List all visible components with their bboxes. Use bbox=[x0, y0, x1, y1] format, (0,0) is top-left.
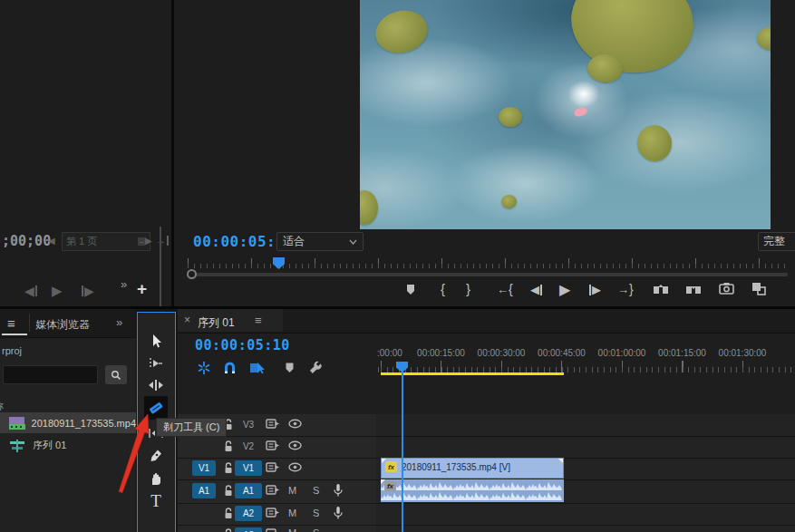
ripple-edit-tool-button[interactable] bbox=[144, 374, 168, 396]
sync-lock-a3[interactable] bbox=[266, 527, 280, 532]
mark-out-button[interactable]: } bbox=[466, 281, 470, 296]
track-lock-v1[interactable] bbox=[223, 461, 234, 475]
source-patch-v1[interactable]: V1 bbox=[192, 460, 216, 476]
search-input[interactable] bbox=[3, 365, 98, 384]
track-output-v1[interactable] bbox=[288, 462, 302, 472]
selection-tool-button[interactable] bbox=[144, 330, 168, 352]
linked-selection-toggle[interactable] bbox=[249, 361, 265, 375]
nest-sequences-toggle[interactable] bbox=[197, 361, 211, 375]
project-name-fragment: rproj bbox=[2, 345, 22, 356]
solo-button-a3[interactable]: S bbox=[313, 527, 319, 532]
tab-media-browser[interactable]: 媒体浏览器 bbox=[35, 317, 90, 333]
program-zoom-handle[interactable] bbox=[187, 269, 197, 279]
track-lock-a2[interactable] bbox=[223, 507, 234, 520]
program-video-preview[interactable] bbox=[360, 0, 771, 229]
panel-overflow-chevron[interactable]: » bbox=[116, 315, 122, 329]
track-lock-v2[interactable] bbox=[223, 440, 234, 453]
track-target-v2[interactable]: V2 bbox=[235, 439, 262, 454]
eye-icon bbox=[288, 462, 302, 472]
solo-button-a2[interactable]: S bbox=[313, 508, 319, 518]
tab-sequence-label[interactable]: 序列 01 bbox=[198, 315, 235, 331]
source-patch-a1[interactable]: A1 bbox=[192, 483, 216, 498]
voiceover-record-a2[interactable] bbox=[333, 506, 344, 520]
mark-in-button[interactable]: { bbox=[441, 281, 445, 296]
mute-button-a3[interactable]: M bbox=[288, 527, 296, 532]
track-target-v3[interactable]: V3 bbox=[235, 417, 262, 432]
premiere-pro-window: ;00;00 ◀ 第 1 页 – ▶ → ◀ ▶ ▶ » + 00:00:05:… bbox=[0, 0, 795, 532]
track-target-a3[interactable]: A3 bbox=[235, 527, 262, 532]
solo-button-a1[interactable]: S bbox=[313, 485, 319, 496]
eye-icon bbox=[288, 440, 302, 450]
project-panel-menu-icon[interactable]: ≡ bbox=[7, 315, 15, 331]
sync-lock-a1[interactable] bbox=[266, 484, 280, 496]
sync-lock-v3[interactable] bbox=[266, 418, 280, 430]
track-target-v1[interactable]: V1 bbox=[235, 460, 262, 476]
source-step-back-button[interactable]: ◀ bbox=[24, 284, 37, 298]
extract-button[interactable] bbox=[685, 283, 702, 295]
fx-badge[interactable]: fx bbox=[384, 481, 396, 491]
source-more-buttons-chevron[interactable]: » bbox=[121, 277, 127, 291]
step-back-button[interactable]: ◀ bbox=[530, 283, 542, 296]
go-to-out-button[interactable]: →} bbox=[617, 282, 634, 296]
lift-button[interactable] bbox=[653, 283, 669, 295]
go-to-end-icon[interactable]: → bbox=[156, 235, 169, 246]
audio-waveform bbox=[381, 480, 562, 501]
search-folder-button[interactable] bbox=[105, 365, 127, 384]
marker-icon bbox=[284, 362, 296, 374]
track-lock-a3[interactable] bbox=[223, 527, 234, 532]
camera-icon bbox=[719, 282, 734, 295]
audio-clip-a1[interactable]: fx bbox=[381, 479, 564, 502]
lily-pad bbox=[565, 0, 700, 81]
track-output-v3[interactable] bbox=[288, 419, 302, 429]
mute-button-a2[interactable]: M bbox=[288, 508, 296, 518]
track-target-a2[interactable]: A2 bbox=[235, 506, 262, 521]
wrench-icon bbox=[308, 361, 323, 375]
zoom-level-select[interactable]: 适合 bbox=[276, 232, 364, 251]
timeline-settings-button[interactable] bbox=[308, 361, 323, 375]
source-panel-scrollbar[interactable] bbox=[160, 227, 161, 306]
track-lock-a1[interactable] bbox=[223, 484, 234, 498]
playback-resolution-select[interactable]: 完整 bbox=[758, 232, 795, 251]
clip-fade-handle[interactable] bbox=[558, 459, 563, 463]
export-frame-button[interactable] bbox=[719, 282, 734, 295]
track-output-v2[interactable] bbox=[288, 440, 302, 450]
mute-button-a1[interactable]: M bbox=[288, 485, 296, 496]
fx-badge[interactable]: fx bbox=[385, 461, 397, 472]
track-target-a1[interactable]: A1 bbox=[235, 483, 262, 498]
lift-icon bbox=[653, 283, 669, 295]
play-button[interactable]: ▶ bbox=[559, 281, 570, 298]
timeline-playhead-line[interactable] bbox=[402, 370, 403, 532]
source-step-forward-button[interactable]: ▶ bbox=[82, 284, 94, 298]
comparison-view-icon bbox=[751, 281, 767, 295]
lock-open-icon bbox=[223, 527, 234, 532]
eye-icon bbox=[288, 419, 302, 429]
ruler-label: 00:00:45:00 bbox=[538, 348, 586, 358]
program-zoom-scrollbar[interactable] bbox=[188, 273, 788, 276]
sync-lock-v1[interactable] bbox=[266, 461, 280, 473]
voiceover-record-a1[interactable] bbox=[333, 483, 344, 498]
work-area-bar[interactable] bbox=[381, 372, 564, 375]
source-add-button[interactable]: + bbox=[137, 279, 147, 299]
tab-close-icon[interactable]: × bbox=[184, 314, 190, 326]
sync-lock-a2[interactable] bbox=[266, 507, 280, 518]
resolution-value: 完整 bbox=[763, 234, 785, 249]
tab-panel-menu-icon[interactable]: ≡ bbox=[255, 314, 262, 327]
video-clip-v1[interactable]: fx 20180911_173535.mp4 [V] bbox=[381, 458, 564, 479]
go-to-in-button[interactable]: ←{ bbox=[497, 282, 513, 296]
snap-toggle[interactable] bbox=[223, 361, 237, 375]
page-next-button[interactable]: ▶ bbox=[145, 236, 152, 246]
timeline-ruler[interactable]: :00:00 00:00:15:00 00:00:30:00 00:00:45:… bbox=[376, 348, 795, 372]
comparison-view-button[interactable] bbox=[751, 281, 767, 295]
page-prev-button[interactable]: ◀ bbox=[48, 236, 55, 246]
source-timecode[interactable]: ;00;00 bbox=[2, 233, 51, 249]
source-play-button[interactable]: ▶ bbox=[52, 283, 63, 299]
nest-sequences-icon bbox=[197, 361, 211, 375]
track-select-forward-tool-button[interactable] bbox=[144, 353, 168, 374]
timeline-add-marker-button[interactable] bbox=[284, 362, 296, 374]
add-marker-button[interactable] bbox=[404, 283, 417, 296]
timeline-timecode[interactable]: 00:00:05:10 bbox=[195, 337, 290, 353]
page-select[interactable]: 第 1 页 – bbox=[62, 232, 150, 251]
sync-lock-v2[interactable] bbox=[266, 440, 280, 451]
step-forward-button[interactable]: ▶ bbox=[589, 283, 601, 296]
lock-open-icon bbox=[223, 507, 234, 520]
